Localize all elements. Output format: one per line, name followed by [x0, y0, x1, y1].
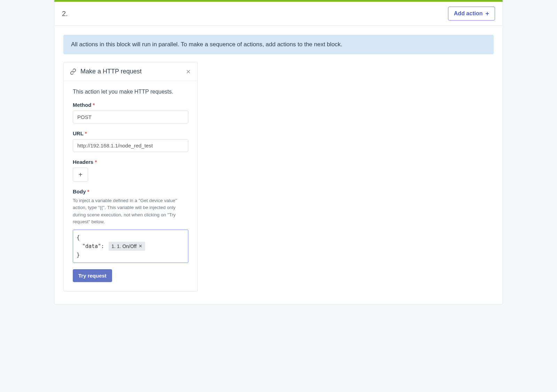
required-marker: *: [87, 189, 89, 194]
variable-chip-label: 1. 1. On/Off: [111, 242, 136, 250]
body-line-close: }: [77, 251, 185, 259]
link-icon: [70, 69, 76, 75]
method-group: Method *: [73, 102, 188, 123]
plus-icon: +: [485, 10, 489, 17]
try-request-button[interactable]: Try request: [73, 269, 112, 282]
body-line-open: {: [77, 233, 185, 242]
add-header-button[interactable]: +: [73, 168, 88, 182]
action-description: This action let you make HTTP requests.: [73, 89, 188, 95]
chip-remove-icon[interactable]: ✕: [139, 243, 142, 250]
card-body: This action let you make HTTP requests. …: [64, 81, 197, 291]
http-request-card: Make a HTTP request This action let you …: [63, 62, 198, 291]
add-action-label: Add action: [454, 10, 483, 17]
info-banner: All actions in this block will run in pa…: [63, 35, 494, 54]
url-group: URL *: [73, 130, 188, 152]
body-help-text: To inject a variable defined in a "Get d…: [73, 197, 188, 225]
method-label: Method *: [73, 102, 188, 108]
headers-label: Headers *: [73, 159, 188, 165]
required-marker: *: [93, 102, 95, 108]
close-icon[interactable]: [186, 69, 191, 74]
variable-chip[interactable]: 1. 1. On/Off ✕: [109, 242, 145, 251]
block-number: 2.: [62, 10, 68, 18]
required-marker: *: [95, 159, 97, 165]
url-label: URL *: [73, 130, 188, 136]
body-label: Body *: [73, 189, 188, 194]
body-group: Body * To inject a variable defined in a…: [73, 189, 188, 263]
add-action-button[interactable]: Add action +: [448, 7, 495, 21]
body-line-data: "data": 1. 1. On/Off ✕: [77, 242, 185, 251]
headers-group: Headers * +: [73, 159, 188, 182]
card-title-wrap: Make a HTTP request: [70, 68, 142, 75]
url-input[interactable]: [73, 139, 188, 152]
block-body: All actions in this block will run in pa…: [54, 26, 503, 304]
block-header: 2. Add action +: [54, 2, 503, 26]
card-title: Make a HTTP request: [80, 68, 142, 75]
method-input[interactable]: [73, 111, 188, 123]
action-block: 2. Add action + All actions in this bloc…: [54, 0, 503, 304]
body-editor[interactable]: { "data": 1. 1. On/Off ✕ }: [73, 230, 188, 263]
plus-icon: +: [78, 171, 83, 179]
required-marker: *: [85, 130, 87, 136]
body-data-key: "data":: [82, 243, 104, 249]
card-header: Make a HTTP request: [64, 62, 197, 81]
